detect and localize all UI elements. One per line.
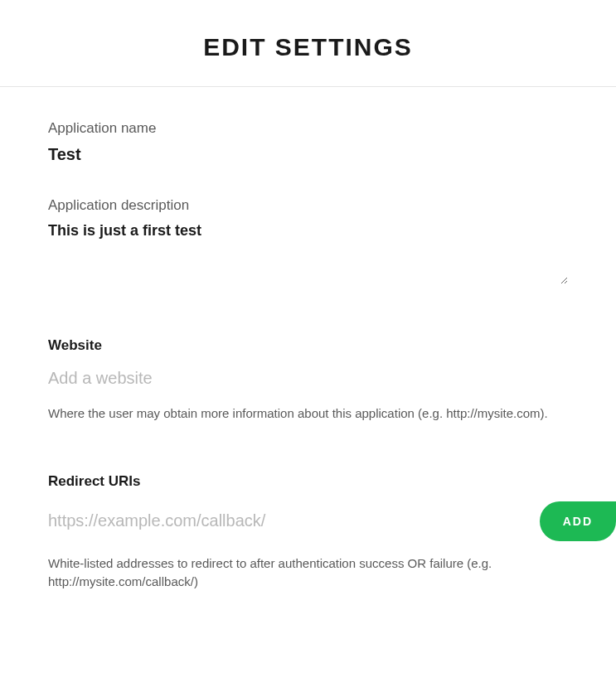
website-help-text: Where the user may obtain more informati…: [48, 404, 568, 424]
website-input[interactable]: [48, 365, 568, 391]
dialog-header: EDIT SETTINGS: [0, 0, 616, 86]
redirect-uri-input[interactable]: [48, 508, 531, 534]
application-name-label: Application name: [48, 120, 568, 137]
form-content: Application name Application description…: [0, 87, 616, 592]
application-name-group: Application name: [48, 120, 568, 164]
redirect-uris-group: Redirect URIs ADD White-listed addresses…: [48, 473, 568, 592]
dialog-title: EDIT SETTINGS: [0, 33, 616, 61]
redirect-input-row: ADD: [48, 501, 568, 541]
redirect-uris-label: Redirect URIs: [48, 473, 568, 490]
website-label: Website: [48, 337, 568, 354]
application-description-label: Application description: [48, 197, 568, 214]
redirect-help-text: White-listed addresses to redirect to af…: [48, 554, 568, 592]
application-description-input[interactable]: [48, 222, 568, 284]
website-group: Website Where the user may obtain more i…: [48, 337, 568, 424]
application-name-input[interactable]: [48, 145, 568, 164]
add-button[interactable]: ADD: [540, 501, 616, 541]
application-description-group: Application description: [48, 197, 568, 288]
textarea-wrapper: [48, 222, 568, 288]
